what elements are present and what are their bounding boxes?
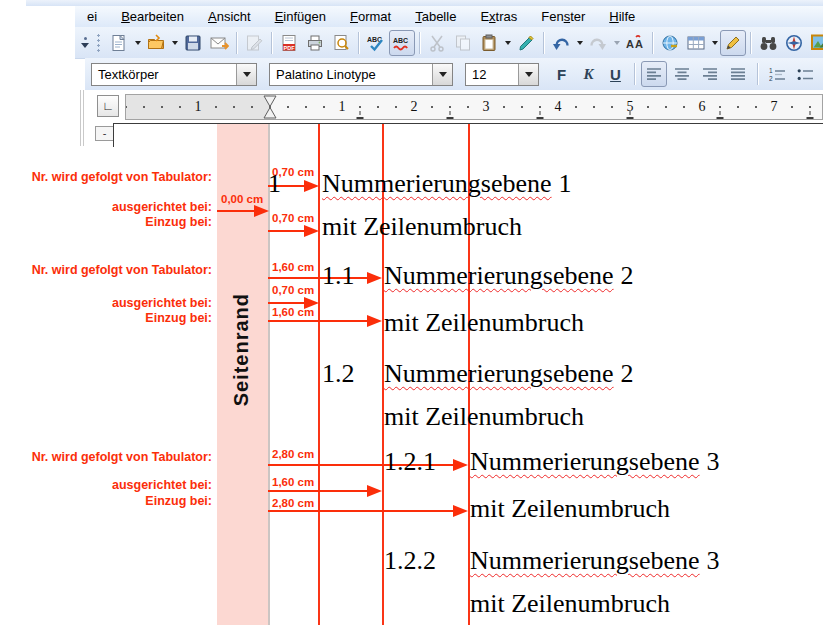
list-number-level3[interactable]: 1.2.2 — [384, 546, 436, 576]
ruler-number-2: 2 — [408, 98, 421, 115]
toolbar-grip[interactable] — [96, 33, 101, 53]
copy-button[interactable] — [450, 30, 476, 56]
menu-item-extras[interactable]: Extras — [468, 6, 529, 27]
doc-line[interactable]: Nummerierungsebene3 — [470, 546, 720, 576]
format-paintbrush-button[interactable] — [513, 30, 539, 56]
redo-dropdown[interactable] — [611, 31, 622, 55]
doc-line-wrap[interactable]: mit Zeilenumbruch — [384, 402, 584, 432]
svg-text:A: A — [635, 38, 643, 50]
menu-item-format[interactable]: Format — [338, 6, 403, 27]
find-replace-button[interactable]: AA — [622, 30, 648, 56]
doc-line[interactable]: Nummerierungsebene1 — [322, 169, 572, 199]
default-tabstop-mark — [447, 111, 454, 119]
default-tabstop-mark — [807, 111, 814, 119]
window-edge-line-2 — [83, 90, 84, 146]
gallery-button[interactable] — [807, 30, 823, 56]
gallery-icon — [811, 34, 823, 51]
font-size-combo[interactable]: 12 — [465, 63, 539, 86]
doc-line-wrap[interactable]: mit Zeilenumbruch — [384, 308, 584, 338]
bold-button[interactable]: F — [549, 62, 574, 87]
print-button[interactable] — [302, 30, 328, 56]
horizontal-ruler[interactable]: 1 1 2 3 4 5 6 7 — [125, 94, 823, 120]
undo-button[interactable] — [548, 30, 574, 56]
email-button[interactable] — [206, 30, 232, 56]
bullet-list-button[interactable] — [792, 61, 818, 87]
font-size-dropdown[interactable] — [518, 64, 538, 85]
italic-button[interactable]: K — [576, 62, 601, 87]
new-document-icon — [110, 34, 128, 52]
anno-g2-aligned-label: ausgerichtet bei: — [0, 296, 212, 310]
doc-line[interactable]: Nummerierungsebene2 — [384, 359, 634, 389]
list-number-level2[interactable]: 1.2 — [322, 359, 355, 389]
page-preview-button[interactable] — [328, 30, 354, 56]
align-left-button[interactable] — [641, 61, 667, 87]
tab-type-selector[interactable]: ∟ — [97, 95, 119, 117]
new-document-dropdown[interactable] — [132, 31, 143, 55]
anno-g3-aligned-label: ausgerichtet bei: — [0, 478, 212, 492]
paragraph-style-value[interactable]: Textkörper — [92, 64, 236, 85]
menu-item-ansicht[interactable]: Ansicht — [196, 6, 263, 27]
undo-dropdown[interactable] — [574, 31, 585, 55]
format-paintbrush-icon — [517, 34, 535, 52]
export-pdf-button[interactable]: PDF — [276, 30, 302, 56]
indent-marker[interactable] — [263, 95, 277, 119]
drawing-functions-button[interactable] — [720, 30, 746, 56]
table-dropdown[interactable] — [709, 31, 720, 55]
svg-text:PDF: PDF — [284, 44, 296, 50]
paragraph-style-dropdown[interactable] — [236, 64, 256, 85]
menu-item-tabelle[interactable]: Tabelle — [403, 6, 468, 27]
menu-item-hilfe[interactable]: Hilfe — [597, 6, 647, 27]
cut-button[interactable] — [424, 30, 450, 56]
align-right-button[interactable] — [697, 61, 723, 87]
measure-arrow — [268, 490, 367, 492]
open-dropdown[interactable] — [169, 31, 180, 55]
open-button[interactable] — [143, 30, 169, 56]
navigator-button[interactable] — [781, 30, 807, 56]
font-size-value[interactable]: 12 — [466, 64, 518, 85]
menu-item-bearbeiten[interactable]: Bearbeiten — [109, 6, 196, 27]
menu-item-datei-partial[interactable]: ei — [75, 6, 109, 27]
menu-item-fenster[interactable]: Fenster — [529, 6, 597, 27]
find-button[interactable] — [755, 30, 781, 56]
find-replace-icon: AA — [626, 34, 645, 52]
page-margin-label: Seitenrand — [230, 293, 253, 406]
auto-spellcheck-button[interactable]: ABC — [389, 30, 415, 56]
copy-icon — [454, 34, 472, 52]
vertical-ruler-button[interactable]: - — [95, 126, 114, 141]
doc-line[interactable]: Nummerierungsebene2 — [384, 261, 634, 291]
paste-dropdown[interactable] — [502, 31, 513, 55]
undo-icon — [552, 34, 570, 52]
doc-line-wrap[interactable]: mit Zeilenumbruch — [470, 589, 670, 619]
redo-button[interactable] — [585, 30, 611, 56]
save-button[interactable] — [180, 30, 206, 56]
edit-file-button[interactable] — [241, 30, 267, 56]
open-icon — [147, 34, 165, 52]
measure-arrow — [268, 320, 367, 322]
paste-button[interactable] — [476, 30, 502, 56]
cm-value: 0,70 cm — [272, 284, 314, 296]
paragraph-style-combo[interactable]: Textkörper — [91, 63, 257, 86]
justify-button[interactable] — [725, 61, 751, 87]
cut-icon — [428, 34, 446, 52]
list-number-level2[interactable]: 1.1 — [322, 261, 355, 291]
list-number-level1[interactable]: 1 — [268, 169, 281, 199]
menu-item-einfuegen[interactable]: Einfügen — [263, 6, 338, 27]
font-name-value[interactable]: Palatino Linotype — [270, 64, 432, 85]
table-button[interactable] — [683, 30, 709, 56]
list-number-level3[interactable]: 1.2.1 — [384, 447, 436, 477]
spellcheck-button[interactable]: ABC — [363, 30, 389, 56]
doc-line-wrap[interactable]: mit Zeilenumbruch — [470, 494, 670, 524]
font-name-combo[interactable]: Palatino Linotype — [269, 63, 453, 86]
underline-button[interactable]: U — [603, 62, 628, 87]
align-center-button[interactable] — [669, 61, 695, 87]
redo-icon — [589, 34, 607, 52]
anno-g2-indent-label: Einzug bei: — [0, 311, 212, 325]
doc-line-wrap[interactable]: mit Zeilenumbruch — [322, 212, 522, 242]
numbered-list-button[interactable]: 12 — [764, 61, 790, 87]
doc-line[interactable]: Nummerierungsebene3 — [470, 447, 720, 477]
toolbar-overflow-button[interactable] — [77, 32, 93, 54]
cm-value: 1,60 cm — [272, 306, 314, 318]
hyperlink-button[interactable] — [657, 30, 683, 56]
font-name-dropdown[interactable] — [432, 64, 452, 85]
new-document-button[interactable] — [106, 30, 132, 56]
